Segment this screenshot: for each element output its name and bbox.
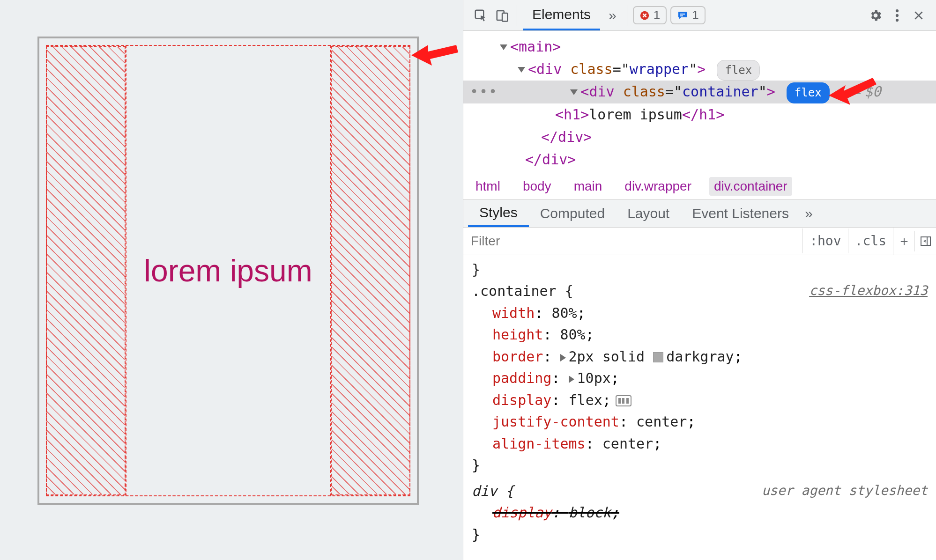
tree-row-h1[interactable]: <h1>lorem ipsum</h1> [463,103,936,126]
subtab-styles[interactable]: Styles [468,200,529,227]
rule-container[interactable]: css-flexbox:313 .container { width: 80%;… [472,280,928,477]
crumb-body[interactable]: body [518,177,556,196]
tree-row-main[interactable]: <main> [463,36,936,58]
expand-shorthand-icon[interactable] [569,376,574,383]
flexbox-editor-icon[interactable] [616,395,631,406]
rule-brace-stray: } [472,259,928,281]
devtools-toolbar: Elements » 1 1 [463,0,936,31]
styles-filter-input[interactable] [463,228,802,254]
styles-rules-list: } css-flexbox:313 .container { width: 80… [463,255,936,553]
flex-free-space-right [331,46,410,495]
devtools-panel: Elements » 1 1 <ma [463,0,936,560]
flex-free-space-left [46,46,126,495]
decl-align-items[interactable]: align-items: center; [472,433,928,455]
close-icon[interactable] [910,7,928,24]
computed-sidebar-toggle-icon[interactable] [914,231,936,251]
svg-point-8 [896,14,899,16]
new-style-rule-icon[interactable]: ＋ [893,228,914,255]
subtab-computed[interactable]: Computed [529,201,616,226]
svg-rect-6 [680,15,683,16]
crumb-div-container[interactable]: div.container [709,177,792,196]
crumb-main[interactable]: main [569,177,607,196]
subtab-event-listeners[interactable]: Event Listeners [681,201,800,226]
decl-display[interactable]: display: flex; [472,390,928,412]
device-toggle-icon[interactable] [493,7,511,24]
decl-justify-content[interactable]: justify-content: center; [472,411,928,433]
preview-heading: lorem ipsum [144,253,312,288]
more-subtabs-icon[interactable]: » [800,206,817,221]
styles-filter-bar: :hov .cls ＋ [463,228,936,255]
errors-badge[interactable]: 1 [633,6,667,24]
subtab-layout[interactable]: Layout [616,201,681,226]
svg-marker-0 [411,45,458,66]
crumb-html[interactable]: html [471,177,505,196]
rule-source-ua: user agent stylesheet [762,480,928,501]
svg-rect-3 [502,13,507,22]
more-tabs-icon[interactable]: » [604,7,621,23]
inspect-icon[interactable] [472,7,490,24]
tree-row-div-close-1[interactable]: </div> [463,126,936,148]
rule-close-brace: } [472,524,928,546]
errors-count: 1 [654,8,660,22]
elements-tree[interactable]: <main> <div class="wrapper"> flex ••• <d… [463,31,936,173]
rule-user-agent-div[interactable]: user agent stylesheet div { display: blo… [472,480,928,546]
flex-badge-wrapper[interactable]: flex [717,60,760,81]
flex-overlay: lorem ipsum [46,45,410,496]
elements-breadcrumbs: html body main div.wrapper div.container [463,173,936,200]
decl-padding[interactable]: padding: 10px; [472,368,928,390]
decl-border[interactable]: border: 2px solid darkgray; [472,346,928,368]
tab-elements[interactable]: Elements [523,0,600,30]
flex-item-slot: lorem ipsum [126,45,331,496]
rule-source-link[interactable]: css-flexbox:313 [809,280,928,301]
ellipsis-icon[interactable]: ••• [470,83,498,100]
messages-badge[interactable]: 1 [670,6,705,24]
svg-rect-11 [921,237,930,245]
styles-subtabs: Styles Computed Layout Event Listeners » [463,200,936,228]
messages-count: 1 [692,8,698,22]
svg-point-9 [896,18,899,21]
expand-shorthand-icon[interactable] [560,354,566,361]
rule-close-brace: } [472,455,928,477]
svg-marker-10 [829,78,877,105]
color-swatch-icon[interactable] [653,352,663,362]
cls-toggle[interactable]: .cls [848,228,893,253]
crumb-div-wrapper[interactable]: div.wrapper [620,177,696,196]
tree-row-div-close-2[interactable]: </div> [463,148,936,171]
flex-badge-container-active[interactable]: flex [787,82,830,103]
rendered-page-preview: lorem ipsum [0,0,463,560]
annotation-arrow-preview [411,37,463,79]
decl-display-overridden[interactable]: display: block; [472,502,928,524]
decl-height[interactable]: height: 80%; [472,324,928,346]
decl-width[interactable]: width: 80%; [472,302,928,324]
hov-toggle[interactable]: :hov [802,228,847,253]
svg-point-7 [896,9,899,12]
settings-gear-icon[interactable] [867,7,884,24]
kebab-menu-icon[interactable] [888,7,906,24]
container-element-highlight: lorem ipsum [37,37,419,505]
svg-rect-5 [680,14,685,15]
